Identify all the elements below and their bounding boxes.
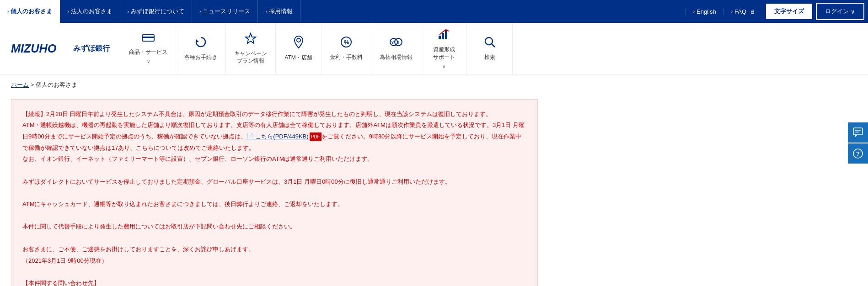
chevron-down-icon: ∨ (851, 8, 855, 15)
top-nav-right: › English › FAQ 🖨 文字サイズ ログイン ∨ (686, 0, 868, 23)
svg-text:¥: ¥ (391, 40, 394, 45)
login-button[interactable]: ログイン ∨ (816, 3, 864, 20)
location-icon (294, 36, 304, 51)
nav-item-news[interactable]: › ニュースリリース (192, 0, 258, 23)
search-icon (484, 36, 496, 51)
svg-text:?: ? (856, 150, 860, 157)
help-button[interactable]: ? (848, 143, 868, 164)
mainnav-campaigns[interactable]: キャンペーン プラン情報 (226, 23, 276, 74)
breadcrumb-home-link[interactable]: ホーム (11, 81, 29, 88)
chevron-icon: › (731, 9, 733, 14)
chart-icon (438, 28, 450, 43)
percent-icon: % (340, 36, 352, 51)
svg-point-15 (485, 37, 493, 45)
mainnav-search[interactable]: 検索 (467, 23, 513, 74)
font-size-button[interactable]: 文字サイズ (766, 4, 812, 19)
logo-area[interactable]: MIZUHO みずほ銀行 (0, 35, 121, 62)
faq-icon: 🖨 (750, 9, 755, 14)
nav-item-corporate[interactable]: › 法人のお客さま (60, 0, 120, 23)
top-navigation: › 個人のお客さま › 法人のお客さま › みずほ銀行について › ニュースリリ… (0, 0, 868, 23)
svg-text:MIZUHO: MIZUHO (11, 42, 57, 55)
credit-card-icon (142, 33, 155, 46)
mainnav-exchange[interactable]: ¥$ 為替相場情報 (371, 23, 421, 74)
notice-text: 【続報】2月28日 日曜日午前より発生したシステム不具合は、原因が定期預金取引の… (22, 109, 526, 286)
svg-text:%: % (344, 39, 349, 46)
refresh-icon (195, 36, 207, 51)
breadcrumb-separator: > (31, 81, 36, 88)
svg-rect-13 (442, 33, 444, 39)
nav-item-careers[interactable]: › 採用情報 (258, 0, 300, 23)
mainnav-asset[interactable]: 資産形成 サポート ∨ (421, 23, 467, 74)
svg-rect-12 (439, 36, 441, 39)
bank-name-label: みずほ銀行 (73, 44, 110, 53)
notice-line-7: お客さまに、ご不便、ご迷惑をお掛けしておりますことを、深くお詫び申しあげます。 (22, 244, 526, 255)
nav-item-english[interactable]: › English (686, 8, 723, 15)
pdf-badge: PDF (310, 132, 321, 141)
chevron-down-icon: ∨ (147, 59, 150, 64)
chat-button[interactable] (848, 122, 868, 143)
svg-marker-3 (196, 39, 199, 42)
notice-line-2: ATM・通帳繰越機は、機器の再起動を実施した店舗より順次復旧しております。支店等… (22, 120, 526, 154)
breadcrumb: ホーム > 個人のお客さま (0, 75, 868, 95)
svg-rect-17 (853, 128, 863, 135)
notice-line-4: みずほダイレクトにおいてサービスを停止しておりました定期預金、グローバル口座サー… (22, 176, 526, 188)
side-buttons: ? (848, 122, 868, 164)
mainnav-procedures[interactable]: 各種お手続き (176, 23, 226, 74)
svg-text:$: $ (397, 40, 399, 45)
notice-line-5: ATMにキャッシュカード、通帳等が取り込まれたお客さまにつきましては、後日弊行よ… (22, 199, 526, 210)
nav-item-about[interactable]: › みずほ銀行について (120, 0, 192, 23)
svg-marker-20 (855, 135, 857, 137)
chevron-icon: › (67, 9, 69, 14)
star-icon (245, 32, 257, 47)
chevron-icon: › (7, 9, 9, 14)
notice-line-8: （2021年3月1日 9時00分現在） (22, 255, 526, 267)
notice-box: 【続報】2月28日 日曜日午前より発生したシステム不具合は、原因が定期預金取引の… (11, 99, 538, 286)
breadcrumb-current: 個人のお客さま (36, 81, 77, 88)
pdf-link[interactable]: 📄 こちら(PDF/449KB)PDF (246, 133, 321, 140)
chevron-down-icon: ∨ (442, 64, 445, 69)
chevron-icon: › (128, 9, 129, 14)
nav-item-faq[interactable]: › FAQ 🖨 (723, 8, 762, 15)
content-area: 【続報】2月28日 日曜日午前より発生したシステム不具合は、原因が定期預金取引の… (0, 95, 549, 286)
notice-contact-header: 【本件関する問い合わせ先】 (22, 278, 526, 286)
mainnav-atm[interactable]: ATM・店舗 (276, 23, 321, 74)
chevron-icon: › (693, 9, 695, 14)
chevron-icon: › (199, 9, 201, 14)
main-content: 【続報】2月28日 日曜日午前より発生したシステム不具合は、原因が定期預金取引の… (0, 95, 868, 286)
svg-rect-2 (142, 37, 154, 38)
notice-line-6: 本件に関して代替手段により発生した費用についてはお取引店が下記問い合わせ先にご相… (22, 221, 526, 233)
svg-rect-14 (445, 31, 447, 39)
question-icon: ? (853, 148, 863, 159)
chat-icon (853, 127, 863, 138)
main-header: MIZUHO みずほ銀行 商品・サービス ∨ 各種お手続き キャンペーン プラン… (0, 23, 868, 75)
currency-exchange-icon: ¥$ (389, 36, 403, 51)
main-navigation: 商品・サービス ∨ 各種お手続き キャンペーン プラン情報 ATM・店舗 % (121, 23, 868, 74)
chevron-icon: › (265, 9, 267, 14)
notice-line-1: 【続報】2月28日 日曜日午前より発生したシステム不具合は、原因が定期預金取引の… (22, 109, 526, 120)
svg-marker-4 (246, 33, 256, 43)
svg-line-16 (492, 44, 495, 47)
svg-point-5 (297, 38, 300, 42)
notice-line-3: なお、イオン銀行、イーネット（ファミリーマート等に設置）、セブン銀行、ローソン銀… (22, 154, 526, 165)
nav-item-personal[interactable]: › 個人のお客さま (0, 0, 60, 23)
mainnav-products[interactable]: 商品・サービス ∨ (121, 23, 176, 74)
mizuho-logo: MIZUHO (11, 40, 69, 57)
mainnav-rates[interactable]: % 金利・手数料 (321, 23, 371, 74)
